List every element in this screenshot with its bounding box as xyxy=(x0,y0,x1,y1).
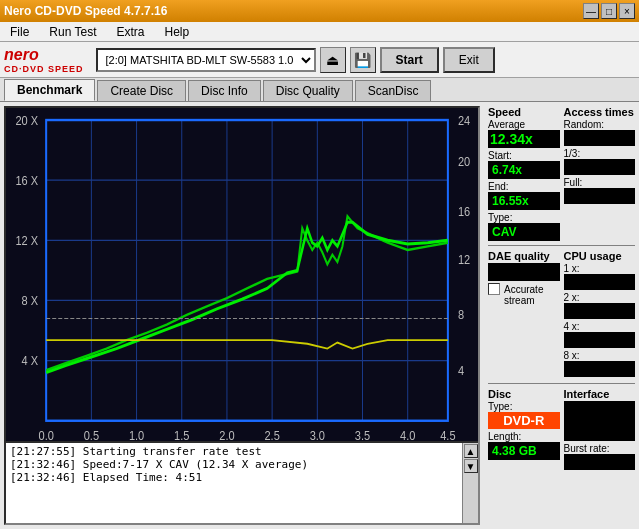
window-controls: — □ × xyxy=(583,3,635,19)
stream-label: stream xyxy=(504,295,560,306)
window-title: Nero CD-DVD Speed 4.7.7.16 xyxy=(4,4,167,18)
speed-type-label: Type: xyxy=(488,212,560,223)
right-panel: Speed Average 12.34x Start: 6.74x End: 1… xyxy=(484,102,639,529)
log-content: [21:27:55] Starting transfer rate test [… xyxy=(6,443,462,523)
interface-value xyxy=(564,401,636,441)
speed-average-label: Average xyxy=(488,119,560,130)
burst-rate-value xyxy=(564,454,636,470)
cdvd-brand-text: CD·DVD SPEED xyxy=(4,64,84,74)
access-onethird-value xyxy=(564,159,636,175)
dae-title: DAE quality xyxy=(488,250,560,262)
svg-text:20 X: 20 X xyxy=(15,113,38,128)
cpu-1x-label: 1 x: xyxy=(564,263,636,274)
svg-text:16: 16 xyxy=(458,204,470,219)
exit-button[interactable]: Exit xyxy=(443,47,495,73)
menu-extra[interactable]: Extra xyxy=(110,23,150,41)
speed-end-label: End: xyxy=(488,181,560,192)
menu-run-test[interactable]: Run Test xyxy=(43,23,102,41)
svg-text:12 X: 12 X xyxy=(15,233,38,248)
cpu-1x-value xyxy=(564,274,636,290)
speed-average-value: 12.34x xyxy=(488,130,560,148)
access-times-section: Access times Random: 1/3: Full: xyxy=(564,106,636,241)
svg-text:20: 20 xyxy=(458,154,470,169)
nero-brand-text: nero xyxy=(4,46,39,64)
menu-bar: File Run Test Extra Help xyxy=(0,22,639,42)
svg-text:16 X: 16 X xyxy=(15,173,38,188)
main-content: 20 X 16 X 12 X 8 X 4 X 24 20 16 12 8 4 0… xyxy=(0,102,639,529)
disc-length-label: Length: xyxy=(488,431,560,442)
close-button[interactable]: × xyxy=(619,3,635,19)
save-icon-button[interactable]: 💾 xyxy=(350,47,376,73)
svg-text:24: 24 xyxy=(458,113,470,128)
access-random-label: Random: xyxy=(564,119,636,130)
interface-title: Interface xyxy=(564,388,636,400)
access-random-value xyxy=(564,130,636,146)
nero-logo: nero CD·DVD SPEED xyxy=(4,46,84,74)
eject-icon-button[interactable]: ⏏ xyxy=(320,47,346,73)
speed-type-value: CAV xyxy=(488,223,560,241)
tab-scan-disc[interactable]: ScanDisc xyxy=(355,80,432,101)
menu-help[interactable]: Help xyxy=(159,23,196,41)
svg-text:8: 8 xyxy=(458,307,464,322)
speed-title: Speed xyxy=(488,106,560,118)
minimize-button[interactable]: — xyxy=(583,3,599,19)
accurate-stream-checkbox[interactable] xyxy=(488,283,500,295)
speed-end-value: 16.55x xyxy=(488,192,560,210)
accurate-stream-label: Accurate xyxy=(504,284,543,295)
divider-1 xyxy=(488,245,635,246)
log-line-2: [21:32:46] Speed:7-17 X CAV (12.34 X ave… xyxy=(10,458,458,471)
cpu-4x-value xyxy=(564,332,636,348)
log-scrollbar[interactable]: ▲ ▼ xyxy=(462,443,478,523)
dae-section: DAE quality Accurate stream xyxy=(488,250,560,379)
tab-disc-info[interactable]: Disc Info xyxy=(188,80,261,101)
access-times-title: Access times xyxy=(564,106,636,118)
speed-start-value: 6.74x xyxy=(488,161,560,179)
log-line-3: [21:32:46] Elapsed Time: 4:51 xyxy=(10,471,458,484)
tab-bar: Benchmark Create Disc Disc Info Disc Qua… xyxy=(0,78,639,102)
burst-rate-label: Burst rate: xyxy=(564,443,636,454)
dae-quality-value xyxy=(488,263,560,281)
svg-text:4 X: 4 X xyxy=(22,353,39,368)
title-bar: Nero CD-DVD Speed 4.7.7.16 — □ × xyxy=(0,0,639,22)
tab-disc-quality[interactable]: Disc Quality xyxy=(263,80,353,101)
toolbar: nero CD·DVD SPEED [2:0] MATSHITA BD-MLT … xyxy=(0,42,639,78)
tab-create-disc[interactable]: Create Disc xyxy=(97,80,186,101)
log-area: [21:27:55] Starting transfer rate test [… xyxy=(6,441,478,523)
disc-type-value: DVD-R xyxy=(488,412,560,429)
cpu-4x-label: 4 x: xyxy=(564,321,636,332)
log-line-1: [21:27:55] Starting transfer rate test xyxy=(10,445,458,458)
tab-benchmark[interactable]: Benchmark xyxy=(4,79,95,101)
menu-file[interactable]: File xyxy=(4,23,35,41)
svg-text:4: 4 xyxy=(458,363,464,378)
cpu-2x-label: 2 x: xyxy=(564,292,636,303)
divider-2 xyxy=(488,383,635,384)
chart-area: 20 X 16 X 12 X 8 X 4 X 24 20 16 12 8 4 0… xyxy=(4,106,480,525)
maximize-button[interactable]: □ xyxy=(601,3,617,19)
cpu-8x-label: 8 x: xyxy=(564,350,636,361)
access-full-value xyxy=(564,188,636,204)
svg-text:12: 12 xyxy=(458,252,470,267)
speed-start-label: Start: xyxy=(488,150,560,161)
disc-length-value: 4.38 GB xyxy=(488,442,560,460)
disc-section: Disc Type: DVD-R Length: 4.38 GB xyxy=(488,388,560,472)
disc-title: Disc xyxy=(488,388,560,400)
accurate-stream-row: Accurate xyxy=(488,283,560,295)
svg-text:8 X: 8 X xyxy=(22,293,39,308)
cpu-title: CPU usage xyxy=(564,250,636,262)
drive-select[interactable]: [2:0] MATSHITA BD-MLT SW-5583 1.03 xyxy=(96,48,316,72)
disc-type-label: Type: xyxy=(488,401,560,412)
cpu-usage-section: CPU usage 1 x: 2 x: 4 x: 8 x: xyxy=(564,250,636,379)
cpu-2x-value xyxy=(564,303,636,319)
access-full-label: Full: xyxy=(564,177,636,188)
access-onethird-label: 1/3: xyxy=(564,148,636,159)
cpu-8x-value xyxy=(564,361,636,377)
speed-section: Speed Average 12.34x Start: 6.74x End: 1… xyxy=(488,106,560,241)
interface-section: Interface Burst rate: xyxy=(564,388,636,472)
start-button[interactable]: Start xyxy=(380,47,439,73)
